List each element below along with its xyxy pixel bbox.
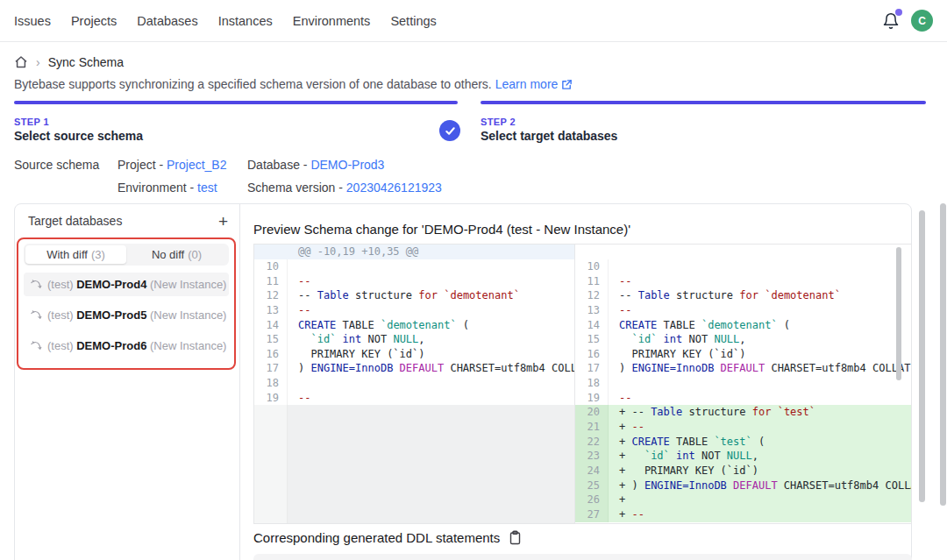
diff-pane-original: @@ -10,19 +10,35 @@1011--12-- Table stru… (254, 245, 575, 523)
project-label: Project - (117, 158, 163, 172)
diff-line: 19-- (254, 391, 574, 406)
target-database-item[interactable]: (test) DEMO-Prod6 (New Instance) (24, 334, 229, 358)
nav-menu: Issues Projects Databases Instances Envi… (14, 14, 437, 28)
diff-line: 12-- Table structure for `demotenant` (575, 288, 911, 303)
diff-line: 13-- (254, 303, 574, 318)
nav-item-issues[interactable]: Issues (14, 14, 51, 28)
diff-line: 16 PRIMARY KEY (`id`) (575, 347, 911, 362)
nav-item-databases[interactable]: Databases (137, 14, 197, 28)
source-version-field: Schema version - 20230426121923 (247, 181, 442, 195)
mysql-dolphin-icon (30, 340, 42, 352)
diff-line: 18 (575, 376, 911, 391)
db-item-text: (test) DEMO-Prod4 (New Instance) (47, 278, 226, 291)
breadcrumb: › Sync Schema (14, 55, 124, 69)
tab-no-diff[interactable]: No diff (0) (126, 245, 227, 264)
mysql-dolphin-icon (30, 309, 42, 322)
nav-item-projects[interactable]: Projects (71, 14, 117, 28)
schema-version-link[interactable]: 20230426121923 (346, 181, 442, 195)
home-icon[interactable] (14, 55, 28, 69)
diff-line: 24+ PRIMARY KEY (`id`) (575, 464, 911, 478)
tab-with-diff-label: With diff (46, 248, 88, 261)
preview-title: Preview Schema change for 'DEMO-Prod4 (t… (253, 222, 630, 237)
tab-no-diff-count: (0) (188, 248, 202, 261)
source-schema-label: Source schema (14, 158, 99, 172)
db-item-text: (test) DEMO-Prod5 (New Instance) (47, 308, 226, 322)
db-item-text: (test) DEMO-Prod6 (New Instance) (47, 339, 226, 352)
database-label: Database - (247, 158, 307, 172)
diff-line: 20+ -- Table structure for `test` (575, 405, 911, 420)
diff-line: 14CREATE TABLE `demotenant` ( (254, 318, 574, 333)
tab-with-diff[interactable]: With diff (3) (25, 245, 126, 264)
diff-line: 15 `id` int NOT NULL, (575, 332, 911, 347)
environment-link[interactable]: test (197, 181, 217, 195)
diff-line: 17) ENGINE=InnoDB DEFAULT CHARSET=utf8mb… (575, 361, 911, 376)
tab-no-diff-label: No diff (152, 248, 184, 261)
target-databases-title: Target databases (28, 214, 122, 228)
diff-line: 10 (254, 259, 574, 274)
notification-bell-icon[interactable] (882, 11, 900, 31)
window-scrollbar[interactable] (940, 203, 946, 506)
environment-label: Environment - (117, 181, 194, 195)
diff-line: 27+ -- (575, 507, 911, 522)
sync-schema-card: Target databases + With diff (3) No diff… (14, 203, 912, 560)
diff-line: 17) ENGINE=InnoDB DEFAULT CHARSET=utf8mb… (254, 361, 574, 376)
diff-editor-scrollbar[interactable] (896, 247, 901, 380)
intro-text: Bytebase supports synchronizing a specif… (14, 77, 492, 91)
diff-line: 25+ ) ENGINE=InnoDB DEFAULT CHARSET=utf8… (575, 478, 911, 493)
diff-empty-filler (254, 405, 574, 523)
target-database-list: (test) DEMO-Prod4 (New Instance)(test) D… (24, 273, 229, 358)
copy-ddl-icon[interactable] (509, 530, 522, 545)
diff-line: 10 (575, 259, 911, 274)
ddl-statements-block (253, 554, 912, 560)
diff-line: 21+ -- (575, 420, 911, 435)
diff-pane-modified: 1011--12-- Table structure for `demotena… (575, 245, 911, 523)
diff-line: 22+ CREATE TABLE `test` ( (575, 435, 911, 450)
schema-version-label: Schema version - (247, 181, 343, 195)
step1-progress-bar (14, 101, 458, 104)
source-database-field: Database - DEMO-Prod3 (247, 158, 384, 172)
diff-line: 16 PRIMARY KEY (`id`) (254, 347, 574, 362)
diff-line: 14CREATE TABLE `demotenant` ( (575, 318, 911, 333)
step1-title[interactable]: Select source schema (14, 129, 143, 143)
step2-label: STEP 2 (481, 117, 516, 127)
ddl-title: Corresponding generated DDL statements (253, 530, 500, 545)
diff-line: 23+ `id` int NOT NULL, (575, 449, 911, 464)
target-databases-highlight-box: With diff (3) No diff (0) (test) DEMO-Pr… (17, 237, 236, 370)
step1-label: STEP 1 (14, 117, 49, 127)
project-link[interactable]: Project_B2 (167, 158, 226, 172)
step1-complete-check-icon (439, 120, 460, 141)
source-environment-field: Environment - test (117, 181, 217, 195)
database-link[interactable]: DEMO-Prod3 (310, 158, 384, 172)
diff-line: 13-- (575, 303, 911, 318)
diff-hunk-header (575, 245, 911, 259)
diff-line: 18 (254, 376, 574, 391)
step2-progress-bar (481, 101, 926, 104)
avatar[interactable]: C (911, 10, 933, 32)
target-database-item[interactable]: (test) DEMO-Prod4 (New Instance) (24, 273, 229, 296)
step2-title[interactable]: Select target databases (481, 129, 617, 143)
content-scrollbar[interactable] (919, 210, 925, 502)
diff-line: 12-- Table structure for `demotenant` (254, 288, 574, 303)
nav-item-instances[interactable]: Instances (218, 14, 273, 28)
nav-item-settings[interactable]: Settings (390, 14, 436, 28)
diff-line: 11-- (575, 274, 911, 289)
breadcrumb-current: Sync Schema (48, 55, 124, 69)
target-database-item[interactable]: (test) DEMO-Prod5 (New Instance) (24, 303, 229, 327)
intro-text-row: Bytebase supports synchronizing a specif… (14, 77, 573, 91)
nav-item-environments[interactable]: Environments (293, 14, 371, 28)
target-databases-panel: Target databases + With diff (3) No diff… (15, 204, 240, 560)
diff-line: 26+ (575, 493, 911, 507)
diff-line: 11-- (254, 274, 574, 289)
source-project-field: Project - Project_B2 (117, 158, 227, 172)
external-link-icon[interactable] (561, 79, 573, 90)
diff-line: 19-- (575, 391, 911, 406)
tab-with-diff-count: (3) (91, 248, 105, 261)
mysql-dolphin-icon (30, 279, 42, 291)
add-target-database-button[interactable]: + (218, 213, 228, 230)
diff-hunk-header: @@ -10,19 +10,35 @@ (254, 245, 574, 259)
diff-line: 15 `id` int NOT NULL, (254, 332, 574, 347)
learn-more-link[interactable]: Learn more (495, 77, 559, 91)
top-nav: Issues Projects Databases Instances Envi… (0, 0, 947, 42)
schema-diff-editor[interactable]: @@ -10,19 +10,35 @@1011--12-- Table stru… (253, 244, 912, 524)
notification-dot (895, 9, 902, 16)
